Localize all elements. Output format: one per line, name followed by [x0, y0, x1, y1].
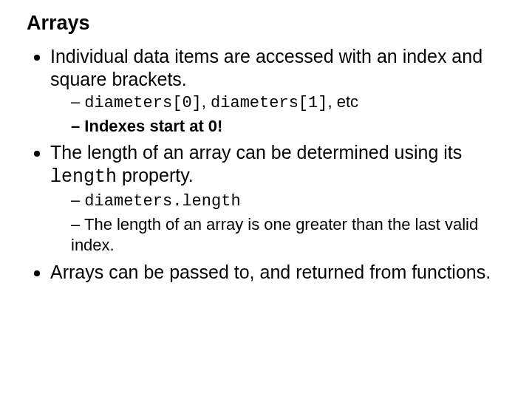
- bullet-1-sublist: diameters[0], diameters[1], etc Indexes …: [50, 92, 511, 137]
- sep-1: ,: [202, 92, 211, 111]
- length-explain-text: The length of an array is one greater th…: [71, 215, 478, 255]
- bullet-1-text: Individual data items are accessed with …: [50, 46, 482, 89]
- bullet-1-sub-2: Indexes start at 0!: [71, 116, 511, 137]
- bullet-1: Individual data items are accessed with …: [50, 45, 511, 137]
- bullet-2: The length of an array can be determined…: [50, 141, 511, 256]
- bullet-list: Individual data items are accessed with …: [27, 45, 511, 283]
- bullet-2-tail: property.: [117, 165, 194, 185]
- indexes-start-text: Indexes start at 0!: [84, 117, 222, 135]
- code-diameters-1: diameters[1]: [211, 94, 327, 112]
- bullet-3: Arrays can be passed to, and returned fr…: [50, 261, 511, 284]
- bullet-2-sublist: diameters.length The length of an array …: [50, 190, 511, 256]
- bullet-2-sub-2: The length of an array is one greater th…: [71, 214, 511, 256]
- tail-etc: , etc: [327, 92, 358, 111]
- bullet-1-sub-1: diameters[0], diameters[1], etc: [71, 92, 511, 115]
- slide: Arrays Individual data items are accesse…: [0, 0, 532, 399]
- code-diameters-length: diameters.length: [84, 192, 240, 211]
- code-length: length: [50, 166, 117, 188]
- bullet-2-lead: The length of an array can be determined…: [50, 142, 462, 163]
- bullet-3-text: Arrays can be passed to, and returned fr…: [50, 262, 491, 282]
- slide-title: Arrays: [27, 12, 511, 35]
- code-diameters-0: diameters[0]: [84, 94, 201, 112]
- bullet-2-sub-1: diameters.length: [71, 190, 511, 213]
